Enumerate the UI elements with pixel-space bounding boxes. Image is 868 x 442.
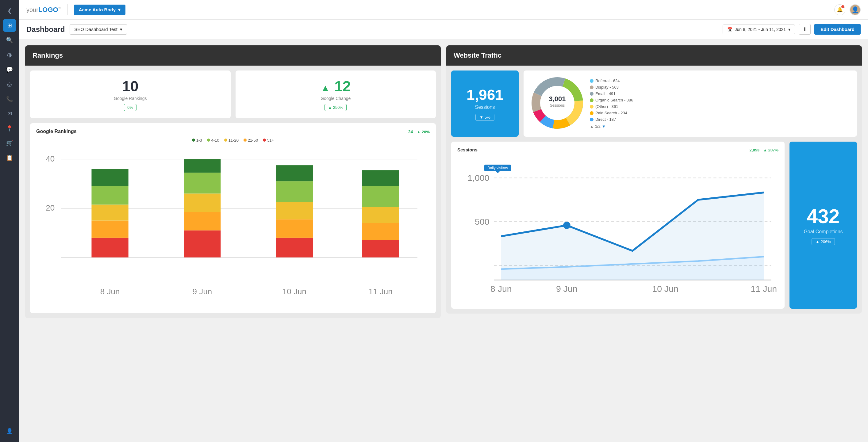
logo: yourLOGO™ bbox=[26, 6, 61, 14]
chart-stat: 24 ▲ 20% bbox=[408, 129, 430, 134]
sessions-card: 1,961 Sessions ▼ 5% bbox=[451, 70, 519, 137]
donut-center-value: 3,001 bbox=[549, 95, 565, 103]
traffic-bottom-row: Sessions 2,853 ▲ 207% bbox=[451, 142, 857, 309]
rankings-panel: Rankings 10 Google Rankings 0% bbox=[25, 45, 441, 318]
legend-email: Email - 491 bbox=[590, 91, 633, 96]
chevron-left-icon: ❮ bbox=[7, 7, 12, 14]
logo-divider bbox=[67, 4, 68, 15]
bar-4-pos2 bbox=[362, 186, 399, 207]
svg-text:10 Jun: 10 Jun bbox=[282, 287, 306, 296]
bar-4-pos4 bbox=[362, 223, 399, 240]
bar-2-pos2 bbox=[184, 173, 220, 194]
date-range-picker[interactable]: 📅 Jun 8, 2021 - Jun 11, 2021 ▾ bbox=[723, 25, 795, 34]
sidebar-item-chat[interactable]: 💬 bbox=[3, 63, 16, 76]
legend-label-other: (Other) - 361 bbox=[595, 104, 618, 109]
traffic-panel-title: Website Traffic bbox=[454, 52, 855, 60]
selected-dashboard-label: SEO Dashboard Test bbox=[74, 27, 118, 32]
traffic-panel-header: Website Traffic bbox=[446, 45, 862, 66]
page-title: Dashboard bbox=[26, 25, 65, 34]
report-icon: 📋 bbox=[6, 155, 13, 161]
legend-color-direct bbox=[590, 118, 593, 122]
sidebar-item-analytics[interactable]: ◑ bbox=[3, 48, 16, 61]
top-navigation: yourLOGO™ Acme Auto Body ▾ 🔔 👤 bbox=[19, 0, 868, 20]
sidebar-collapse-btn[interactable]: ❮ bbox=[3, 4, 16, 17]
logo-area: yourLOGO™ Acme Auto Body ▾ bbox=[26, 4, 125, 15]
sidebar-item-ecommerce[interactable]: 🛒 bbox=[3, 137, 16, 149]
legend-label-display: Display - 563 bbox=[595, 85, 619, 90]
legend-color-organic bbox=[590, 98, 593, 102]
traffic-top-row: 1,961 Sessions ▼ 5% bbox=[451, 70, 857, 137]
notification-badge bbox=[841, 5, 844, 8]
bar-1-pos5 bbox=[91, 238, 128, 258]
legend-label-paid: Paid Search - 234 bbox=[595, 111, 627, 115]
svg-text:40: 40 bbox=[46, 154, 55, 163]
goal-completions-card: 432 Goal Completions ▲ 206% bbox=[789, 142, 857, 309]
chart-card-header: Google Rankings 24 ▲ 20% bbox=[36, 129, 430, 134]
bar-2-pos3 bbox=[184, 194, 220, 212]
sidebar-item-email[interactable]: ✉ bbox=[3, 107, 16, 120]
sessions-chart-header: Sessions 2,853 ▲ 207% bbox=[457, 147, 778, 152]
svg-text:9 Jun: 9 Jun bbox=[556, 284, 578, 294]
sessions-value: 1,961 bbox=[466, 87, 503, 103]
sidebar-item-targets[interactable]: ◎ bbox=[3, 78, 16, 91]
dashboard-selector[interactable]: SEO Dashboard Test ▾ bbox=[70, 24, 127, 35]
bar-1-pos1 bbox=[91, 169, 128, 186]
date-range-label: Jun 8, 2021 - Jun 11, 2021 bbox=[735, 27, 786, 32]
goal-completions-value: 432 bbox=[807, 205, 840, 228]
dashboard-icon: ⊞ bbox=[7, 22, 12, 29]
sessions-label: Sessions bbox=[475, 104, 495, 110]
sidebar-item-dashboard[interactable]: ⊞ bbox=[3, 19, 16, 32]
client-name-label: Acme Auto Body bbox=[79, 7, 116, 12]
legend-color-referral bbox=[590, 79, 593, 83]
notifications-button[interactable]: 🔔 bbox=[834, 4, 845, 15]
pie-chart-icon: ◑ bbox=[7, 52, 12, 58]
dashboard-content: Rankings 10 Google Rankings 0% bbox=[19, 39, 868, 442]
user-avatar[interactable]: 👤 bbox=[849, 4, 861, 15]
legend-referral: Referral - 624 bbox=[590, 78, 633, 83]
svg-text:20: 20 bbox=[46, 203, 55, 212]
goal-badge-arrow-icon: ▲ bbox=[815, 239, 819, 244]
client-selector-button[interactable]: Acme Auto Body ▾ bbox=[74, 5, 125, 15]
svg-text:500: 500 bbox=[475, 217, 490, 227]
sidebar-item-calls[interactable]: 📞 bbox=[3, 93, 16, 105]
traffic-column: Website Traffic 1,961 Sessions ▼ 5% bbox=[446, 45, 862, 436]
legend-paid: Paid Search - 234 bbox=[590, 111, 633, 115]
legend-organic: Organic Search - 386 bbox=[590, 98, 633, 102]
rankings-badge-value: 0% bbox=[127, 105, 133, 110]
svg-text:1,000: 1,000 bbox=[467, 173, 489, 183]
goal-completions-badge: ▲ 206% bbox=[812, 238, 835, 245]
google-rankings-value: 10 bbox=[36, 78, 224, 95]
tooltip-dot bbox=[563, 222, 570, 229]
legend-item-11-20: 11-20 bbox=[224, 138, 239, 142]
bar-3-pos4 bbox=[276, 219, 313, 238]
sidebar-item-users[interactable]: 👤 bbox=[3, 425, 16, 438]
sessions-line-chart-card: Sessions 2,853 ▲ 207% bbox=[451, 142, 784, 309]
google-rankings-label: Google Rankings bbox=[36, 96, 224, 101]
sessions-chart-stat-pct: ▲ 207% bbox=[763, 148, 778, 152]
mail-icon: ✉ bbox=[7, 110, 12, 117]
legend-color-paid bbox=[590, 111, 593, 115]
rankings-panel-header: Rankings bbox=[25, 45, 441, 66]
chart-title: Google Rankings bbox=[36, 129, 77, 134]
sessions-chart-stat-value: 2,853 bbox=[750, 148, 760, 152]
sidebar-item-search[interactable]: 🔍 bbox=[3, 34, 16, 46]
download-button[interactable]: ⬇ bbox=[799, 24, 811, 35]
sessions-badge-value: 5% bbox=[485, 115, 490, 120]
sidebar-item-locations[interactable]: 📍 bbox=[3, 122, 16, 135]
legend-color-other bbox=[590, 105, 593, 108]
rankings-column: Rankings 10 Google Rankings 0% bbox=[25, 45, 441, 436]
bar-2-pos4 bbox=[184, 212, 220, 230]
bar-3-pos1 bbox=[276, 165, 313, 181]
phone-icon: 📞 bbox=[6, 96, 13, 102]
up-arrow-icon: ▲ bbox=[590, 124, 594, 129]
down-arrow-icon: ▼ bbox=[602, 124, 606, 129]
sidebar-item-reports[interactable]: 📋 bbox=[3, 151, 16, 164]
line-chart-container: 1,000 500 bbox=[457, 156, 778, 303]
bar-4-pos3 bbox=[362, 207, 399, 223]
edit-dashboard-button[interactable]: Edit Dashboard bbox=[814, 24, 861, 35]
bar-1-pos2 bbox=[91, 186, 128, 204]
bar-4-pos1 bbox=[362, 170, 399, 186]
donut-pagination: ▲ 1/2 ▼ bbox=[590, 124, 633, 129]
rankings-panel-title: Rankings bbox=[32, 52, 433, 60]
client-dropdown-arrow-icon: ▾ bbox=[118, 7, 121, 12]
